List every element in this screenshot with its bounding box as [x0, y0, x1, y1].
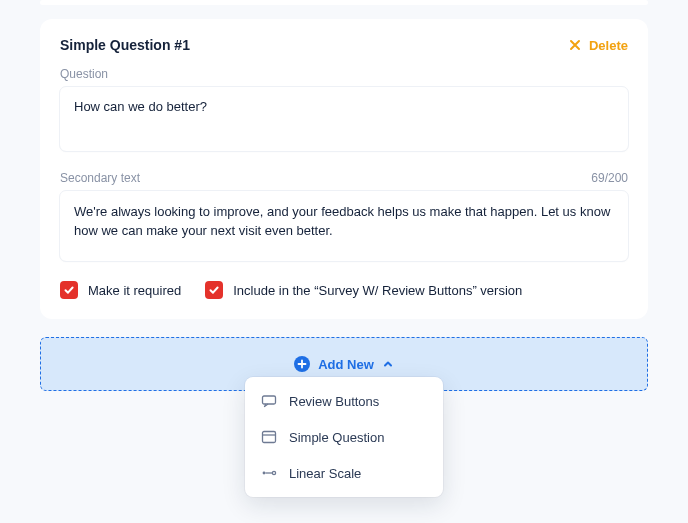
card-title: Simple Question #1 [60, 37, 190, 53]
card-header: Simple Question #1 Delete [60, 37, 628, 53]
linear-scale-icon [261, 465, 277, 481]
add-new-label: Add New [318, 357, 374, 372]
delete-label: Delete [589, 38, 628, 53]
secondary-section: Secondary text 69/200 [60, 171, 628, 265]
svg-rect-1 [263, 432, 276, 443]
question-card: Simple Question #1 Delete Question Secon… [40, 19, 648, 319]
required-label: Make it required [88, 283, 181, 298]
svg-rect-0 [263, 396, 276, 404]
dropdown-item-label: Simple Question [289, 430, 384, 445]
close-icon [567, 37, 583, 53]
review-buttons-icon [261, 393, 277, 409]
required-checkbox-wrap[interactable]: Make it required [60, 281, 181, 299]
dropdown-item-label: Review Buttons [289, 394, 379, 409]
question-input[interactable] [60, 87, 628, 151]
secondary-counter: 69/200 [591, 171, 628, 185]
dropdown-item-review-buttons[interactable]: Review Buttons [245, 383, 443, 419]
delete-button[interactable]: Delete [567, 37, 628, 53]
checkmark-icon [63, 284, 75, 296]
include-checkbox[interactable] [205, 281, 223, 299]
svg-point-3 [263, 472, 266, 475]
question-label: Question [60, 67, 628, 81]
dropdown-item-simple-question[interactable]: Simple Question [245, 419, 443, 455]
question-section: Question [60, 67, 628, 155]
dropdown-item-label: Linear Scale [289, 466, 361, 481]
secondary-input[interactable] [60, 191, 628, 261]
add-new-dropdown: Review Buttons Simple Question [245, 377, 443, 497]
plus-circle-icon [294, 356, 310, 372]
svg-point-5 [272, 471, 275, 474]
add-new-area: Add New Review Buttons [40, 337, 648, 391]
include-checkbox-wrap[interactable]: Include in the “Survey W/ Review Buttons… [205, 281, 522, 299]
dropdown-item-linear-scale[interactable]: Linear Scale [245, 455, 443, 491]
secondary-label: Secondary text [60, 171, 140, 185]
include-label: Include in the “Survey W/ Review Buttons… [233, 283, 522, 298]
checkmark-icon [208, 284, 220, 296]
required-checkbox[interactable] [60, 281, 78, 299]
chevron-up-icon [382, 358, 394, 370]
simple-question-icon [261, 429, 277, 445]
previous-card-edge [40, 0, 648, 5]
options-row: Make it required Include in the “Survey … [60, 281, 628, 299]
